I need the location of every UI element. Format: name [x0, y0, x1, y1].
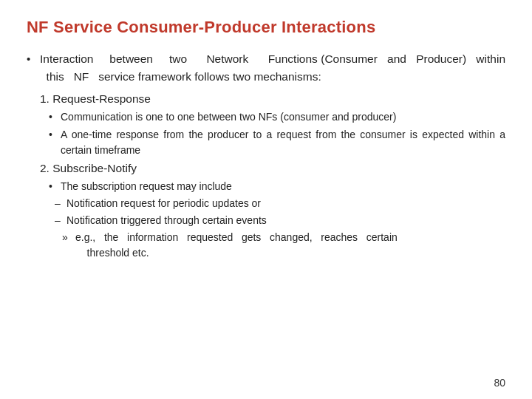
dash-item-2: – Notification triggered through certain…: [55, 213, 505, 229]
numbered-label-2: 2. Subscribe-Notify: [40, 160, 505, 177]
dash-bullets: – Notification request for periodic upda…: [55, 196, 505, 228]
dash-text-1: Notification request for periodic update…: [66, 196, 261, 212]
numbered-list: 1. Request-Response • Communication is o…: [40, 90, 505, 261]
sb-marker-2-1: •: [49, 179, 61, 195]
dash-marker-2: –: [55, 213, 66, 229]
arrow-text-1: e.g., the information requested gets cha…: [75, 230, 398, 261]
sb-text-2-1: The subscription request may include: [61, 179, 232, 195]
slide-title: NF Service Consumer-Producer Interaction…: [27, 18, 505, 37]
arrow-bullets: » e.g., the information requested gets c…: [62, 230, 505, 261]
slide: NF Service Consumer-Producer Interaction…: [0, 0, 532, 399]
main-bullet-text: Interaction between two Network Function…: [40, 50, 505, 86]
arrow-marker-1: »: [62, 230, 75, 261]
dash-marker-1: –: [55, 196, 66, 212]
dash-item-1: – Notification request for periodic upda…: [55, 196, 505, 212]
main-bullet-marker: •: [27, 50, 40, 86]
sb-marker-1-1: •: [49, 109, 61, 126]
numbered-label-1: 1. Request-Response: [40, 90, 505, 108]
page-number: 80: [494, 377, 505, 389]
sub-bullet-1-1: • Communication is one to one between tw…: [49, 109, 505, 126]
sub-bullets-1: • Communication is one to one between tw…: [49, 109, 505, 158]
main-bullet: • Interaction between two Network Functi…: [27, 50, 505, 86]
arrow-item-1: » e.g., the information requested gets c…: [62, 230, 505, 261]
sb-marker-1-2: •: [49, 127, 61, 158]
numbered-item-2: 2. Subscribe-Notify • The subscription r…: [40, 160, 505, 261]
sb-text-1-2: A one-time response from the producer to…: [61, 127, 505, 158]
slide-content: • Interaction between two Network Functi…: [27, 50, 505, 384]
numbered-item-1: 1. Request-Response • Communication is o…: [40, 90, 505, 158]
dash-text-2: Notification triggered through certain e…: [66, 213, 267, 229]
sb-text-1-1: Communication is one to one between two …: [61, 109, 396, 126]
sub-bullet-2-1: • The subscription request may include: [49, 179, 505, 195]
sub-bullets-2: • The subscription request may include: [49, 179, 505, 195]
sub-bullet-1-2: • A one-time response from the producer …: [49, 127, 505, 158]
